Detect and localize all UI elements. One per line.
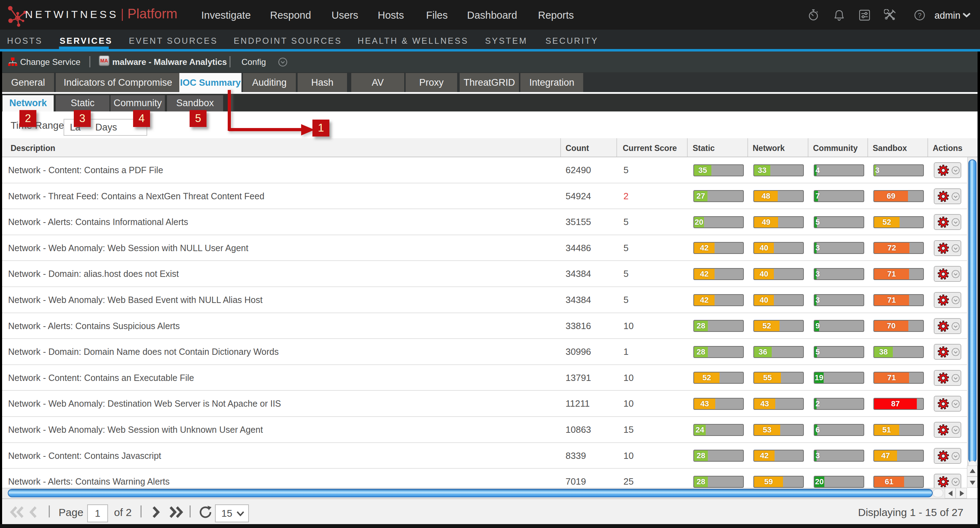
svg-text:?: ? xyxy=(918,12,922,19)
